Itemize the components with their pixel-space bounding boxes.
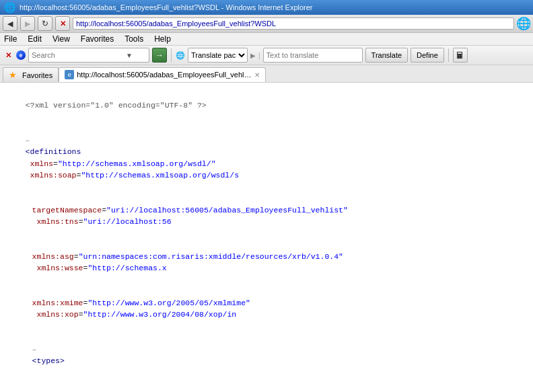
go-button[interactable]: → [152, 48, 167, 63]
definitions-line: – <definitions xmlns="http://schemas.xml… [7, 123, 526, 193]
separator-2 [448, 48, 449, 62]
definitions-cont-3: xmlns:xmime="http://www.w3.org/2005/05/x… [7, 285, 526, 331]
ie-ball-icon: e [16, 50, 26, 60]
schema1-toggle[interactable]: + [39, 391, 44, 392]
ie-logo: 🌐 [4, 2, 15, 13]
menu-favorites[interactable]: Favorites [81, 34, 114, 44]
favorites-tab[interactable]: ★ Favorites [3, 67, 59, 82]
separator-1 [171, 48, 172, 62]
menu-view[interactable]: View [52, 34, 70, 44]
translate-button[interactable]: Translate [365, 48, 408, 63]
address-bar[interactable]: http://localhost:56005/adabas_EmployeesF… [73, 17, 514, 30]
close-button[interactable]: ✕ [3, 50, 13, 61]
definitions-cont-2: xmlns:asg="urn:namespaces:com.risaris:xm… [7, 239, 526, 285]
calculator-button[interactable]: 🖩 [453, 48, 468, 63]
menu-tools[interactable]: Tools [125, 34, 143, 44]
translate-icon: 🌐 [176, 51, 185, 60]
definitions-toggle[interactable]: – [26, 136, 30, 145]
text-to-translate-input[interactable] [263, 48, 363, 63]
definitions-cont-1: targetNamespace="uri://localhost:56005/a… [7, 192, 526, 239]
translate-separator: | [258, 52, 260, 59]
search-input[interactable] [29, 50, 123, 61]
stop-button[interactable]: ✕ [55, 16, 70, 31]
menu-file[interactable]: File [4, 34, 17, 44]
window-title: http://localhost:56005/adabas_EmployeesF… [20, 3, 313, 11]
refresh-button[interactable]: ↻ [38, 16, 52, 31]
forward-button[interactable]: ▶ [20, 16, 35, 31]
menu-edit[interactable]: Edit [28, 34, 42, 44]
active-page-tab[interactable]: e http://localhost:56005/adabas_Employee… [59, 67, 266, 82]
favorites-star-icon: ★ [9, 70, 17, 80]
tabs-bar: ★ Favorites e http://localhost:56005/ada… [0, 65, 533, 83]
ie-icon: 🌐 [517, 17, 530, 30]
active-tab-label: http://localhost:56005/adabas_EmployeesF… [77, 71, 252, 79]
types-line: – <types> [7, 331, 526, 378]
xml-pi-line: <?xml version="1.0" encoding="UTF-8" ?> [7, 88, 526, 123]
menu-bar: File Edit View Favorites Tools Help [0, 33, 533, 46]
search-box: ▼ [28, 48, 149, 63]
nav-bar: ◀ ▶ ↻ ✕ http://localhost:56005/adabas_Em… [0, 15, 533, 33]
back-button[interactable]: ◀ [3, 16, 17, 31]
xml-content-area: <?xml version="1.0" encoding="UTF-8" ?> … [0, 83, 533, 391]
toolbar: ✕ e ▼ → 🌐 Translate pac ▶ | Translate De… [0, 46, 533, 65]
define-button[interactable]: Define [411, 48, 444, 63]
types-toggle[interactable]: – [32, 345, 37, 354]
translate-arrow-icon: ▶ [250, 52, 256, 59]
tab-close-button[interactable]: ✕ [254, 71, 260, 79]
menu-help[interactable]: Help [154, 34, 171, 44]
favorites-tab-label: Favorites [22, 71, 52, 79]
tab-favicon: e [65, 70, 74, 79]
search-dropdown-arrow[interactable]: ▼ [123, 52, 135, 59]
schema1-line: + <schema targetNamespace="http://schema… [7, 378, 526, 391]
translate-language-select[interactable]: Translate pac [188, 48, 248, 63]
title-bar: 🌐 http://localhost:56005/adabas_Employee… [0, 0, 533, 15]
